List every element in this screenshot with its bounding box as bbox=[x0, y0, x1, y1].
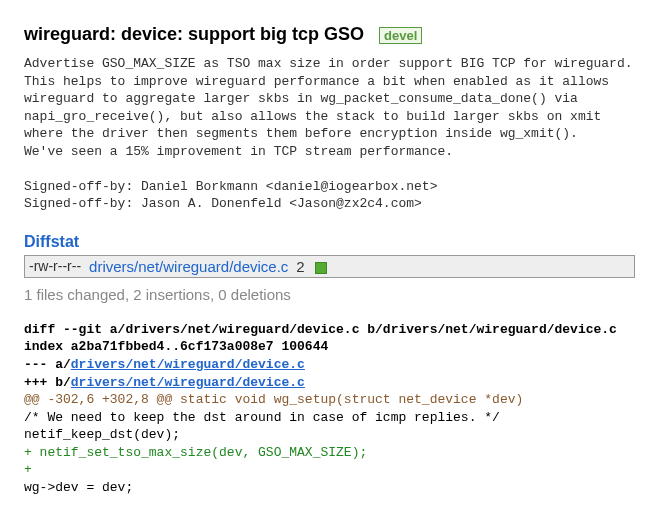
diffstat-heading: Diffstat bbox=[24, 233, 635, 251]
new-file-link[interactable]: drivers/net/wireguard/device.c bbox=[71, 375, 305, 390]
old-file-link[interactable]: drivers/net/wireguard/device.c bbox=[71, 357, 305, 372]
diff-body: diff --git a/drivers/net/wireguard/devic… bbox=[24, 321, 635, 496]
insertion-bar-icon bbox=[315, 262, 327, 274]
diff-context-line: /* We need to keep the dst around in cas… bbox=[24, 409, 635, 427]
table-row: -rw-r--r-- drivers/net/wireguard/device.… bbox=[25, 255, 635, 277]
file-mode: -rw-r--r-- bbox=[25, 255, 86, 277]
file-cell: drivers/net/wireguard/device.c bbox=[85, 255, 292, 277]
diff-add-line: + netif_set_tso_max_size(dev, GSO_MAX_SI… bbox=[24, 444, 635, 462]
diffstat-table: -rw-r--r-- drivers/net/wireguard/device.… bbox=[24, 255, 635, 278]
commit-title: wireguard: device: support big tcp GSO bbox=[24, 24, 364, 44]
diff-line: index a2ba71fbbed4..6cf173a008e7 100644 bbox=[24, 338, 635, 356]
diff-context-line: netif_keep_dst(dev); bbox=[24, 426, 635, 444]
diffstat-summary: 1 files changed, 2 insertions, 0 deletio… bbox=[24, 286, 635, 303]
diff-context-line: wg->dev = dev; bbox=[24, 479, 635, 497]
file-changes-count: 2 bbox=[292, 255, 308, 277]
page-title: wireguard: device: support big tcp GSO d… bbox=[24, 24, 635, 45]
hunk-header: @@ -302,6 +302,8 @@ static void wg_setup… bbox=[24, 391, 635, 409]
changes-bar bbox=[309, 255, 635, 277]
diff-add-line: + bbox=[24, 461, 635, 479]
commit-message: Advertise GSO_MAX_SIZE as TSO max size i… bbox=[24, 55, 635, 213]
diff-line: diff --git a/drivers/net/wireguard/devic… bbox=[24, 321, 635, 339]
diff-line: +++ b/drivers/net/wireguard/device.c bbox=[24, 374, 635, 392]
file-link[interactable]: drivers/net/wireguard/device.c bbox=[89, 258, 288, 275]
diff-line: --- a/drivers/net/wireguard/device.c bbox=[24, 356, 635, 374]
branch-tag[interactable]: devel bbox=[379, 27, 422, 44]
